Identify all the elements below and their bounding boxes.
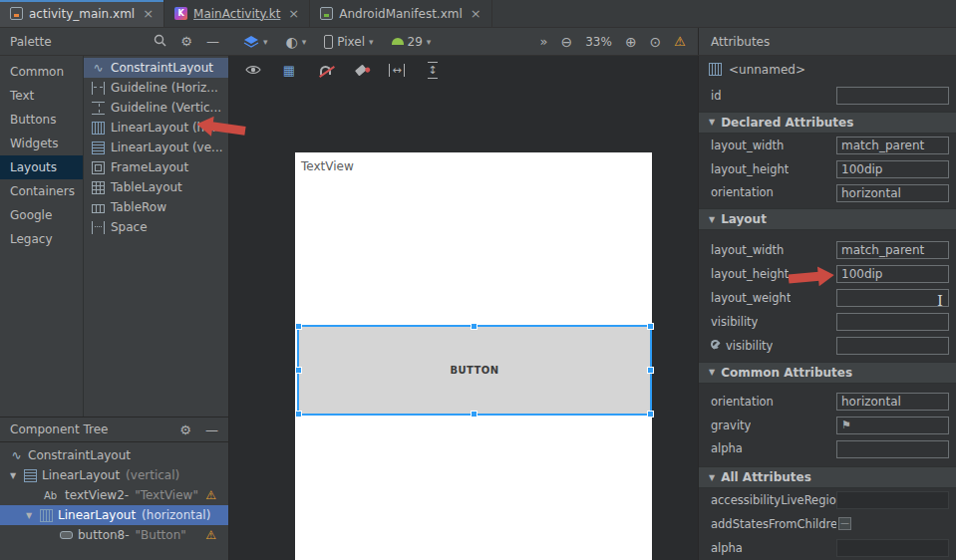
selected-linearlayout[interactable]: BUTTON	[297, 325, 652, 416]
resize-handle[interactable]	[471, 323, 478, 330]
attr-value-field[interactable]: match_parent	[836, 137, 949, 154]
collapse-triangle-icon: ▼	[709, 118, 715, 127]
tab-main-activity-kt[interactable]: K MainActivity.kt ×	[164, 0, 310, 27]
attr-value-field[interactable]: match_parent	[836, 241, 949, 259]
close-icon[interactable]: ×	[143, 6, 154, 21]
tree-item-constraintlayout[interactable]: ∿ ConstraintLayout	[0, 445, 228, 465]
canvas-textview[interactable]: TextView	[301, 159, 354, 173]
warning-icon[interactable]: ⚠	[205, 528, 216, 542]
palette-item-linearlayout-vertical[interactable]: LinearLayout (ve...	[84, 138, 228, 157]
chevron-down-icon: ▾	[302, 37, 307, 47]
resize-handle[interactable]	[295, 367, 302, 374]
palette-component-list: ∿ ConstraintLayout Guideline (Horiz... G…	[84, 56, 228, 417]
zoom-out-icon[interactable]: ⊖	[560, 34, 572, 50]
expand-vertical-icon[interactable]: ↕	[424, 61, 442, 79]
resize-handle[interactable]	[295, 323, 302, 330]
toolbar-overflow-chevrons[interactable]: »	[540, 34, 548, 49]
gear-icon[interactable]: ⚙	[179, 422, 191, 437]
framelayout-icon	[92, 161, 105, 174]
zoom-controls: » ⊖ 33% ⊕ ⊙ ⚠	[540, 34, 687, 50]
header-row: Palette ⚙ — ▾ ◐ ▾ Pixel ▾ 29	[0, 28, 956, 56]
minimize-icon[interactable]: —	[206, 34, 219, 49]
attr-value-field[interactable]	[836, 491, 949, 509]
id-input[interactable]	[836, 87, 949, 105]
attr-value-field[interactable]	[836, 337, 949, 355]
device-selector[interactable]: Pixel ▾	[324, 35, 373, 49]
tab-android-manifest-xml[interactable]: AndroidManifest.xml ×	[310, 0, 491, 27]
close-icon[interactable]: ×	[288, 6, 299, 21]
space-icon	[92, 221, 105, 234]
attr-value-field[interactable]	[836, 313, 949, 331]
blueprint-grid-icon[interactable]: ▦	[280, 61, 298, 79]
minimize-icon[interactable]: —	[205, 422, 218, 437]
search-icon[interactable]	[154, 34, 166, 50]
attr-value-field[interactable]	[836, 440, 949, 458]
tree-item-suffix: (vertical)	[126, 468, 179, 482]
attr-value-field[interactable]: horizontal	[836, 393, 949, 411]
layout-height-field[interactable]: 100dip	[836, 265, 949, 283]
warning-icon[interactable]: ⚠	[205, 488, 216, 502]
collapse-arrow-icon[interactable]: ▼	[26, 511, 35, 520]
attr-value-field[interactable]: horizontal	[836, 184, 949, 202]
zoom-to-fit-icon[interactable]: ⊙	[650, 34, 662, 50]
tree-item-textview2[interactable]: Ab textView2-"TextView" ⚠	[0, 485, 228, 505]
section-declared-attributes[interactable]: ▼ Declared Attributes	[699, 112, 956, 134]
resize-handle[interactable]	[295, 411, 302, 418]
text-cursor: I	[937, 292, 943, 310]
gear-icon[interactable]: ⚙	[180, 34, 192, 49]
view-options-icon[interactable]	[244, 61, 262, 79]
guideline-horizontal-icon	[92, 82, 105, 95]
tab-activity-main-xml[interactable]: activity_main.xml ×	[0, 0, 164, 27]
checkbox-indeterminate[interactable]: —	[838, 517, 851, 530]
layout-weight-field[interactable]	[836, 289, 949, 307]
resize-handle[interactable]	[647, 323, 654, 330]
palette-category-legacy[interactable]: Legacy	[0, 227, 83, 251]
palette-category-common[interactable]: Common	[0, 60, 83, 84]
palette-category-containers[interactable]: Containers	[0, 179, 83, 203]
design-toolbar: ▾ ◐ ▾ Pixel ▾ 29 ▾ » ⊖ 33% ⊕ ⊙	[229, 28, 698, 55]
collapse-arrow-icon[interactable]: ▼	[10, 471, 19, 480]
canvas-button[interactable]: BUTTON	[451, 365, 499, 376]
autoconnect-off-magnet-icon[interactable]	[316, 61, 334, 79]
palette-item-guideline-horizontal[interactable]: Guideline (Horiz...	[84, 78, 228, 98]
tree-item-button8[interactable]: button8-"Button" ⚠	[0, 525, 228, 545]
clear-constraints-icon[interactable]	[352, 61, 370, 79]
close-icon[interactable]: ×	[471, 6, 481, 21]
resize-handle[interactable]	[647, 411, 654, 418]
palette-header: Palette ⚙ —	[0, 28, 229, 55]
section-all-attributes[interactable]: ▼ All Attributes	[699, 466, 956, 488]
api-level-selector[interactable]: 29 ▾	[392, 35, 432, 49]
palette-item-constraintlayout[interactable]: ∿ ConstraintLayout	[84, 58, 228, 78]
section-layout[interactable]: ▼ Layout	[699, 208, 956, 230]
resize-handle[interactable]	[471, 411, 478, 418]
palette-category-text[interactable]: Text	[0, 84, 83, 108]
palette-category-google[interactable]: Google	[0, 203, 83, 227]
design-surface-selector[interactable]: ▾	[243, 35, 268, 49]
section-common-attributes[interactable]: ▼ Common Attributes	[699, 362, 956, 384]
design-canvas[interactable]: TextView BUTTON	[229, 84, 698, 560]
gravity-field[interactable]: ⚑	[836, 417, 949, 434]
palette-item-space[interactable]: Space	[84, 217, 228, 237]
tree-item-linearlayout-horizontal[interactable]: ▼ LinearLayout(horizontal)	[0, 505, 228, 525]
palette-item-tablerow[interactable]: TableRow	[84, 197, 228, 217]
tab-label: MainActivity.kt	[193, 7, 280, 21]
layers-icon	[243, 35, 259, 49]
zoom-in-icon[interactable]: ⊕	[625, 34, 637, 50]
palette-item-tablelayout[interactable]: TableLayout	[84, 177, 228, 197]
attr-value-field[interactable]	[836, 539, 949, 557]
palette-category-list: Common Text Buttons Widgets Layouts Cont…	[0, 56, 84, 417]
orientation-theme-button[interactable]: ◐ ▾	[286, 34, 307, 50]
palette-category-layouts[interactable]: Layouts	[0, 155, 83, 179]
device-screen[interactable]: TextView BUTTON	[295, 152, 652, 560]
palette-item-framelayout[interactable]: FrameLayout	[84, 157, 228, 177]
attr-row-add-states-from-children: addStatesFromChildren —	[699, 512, 956, 536]
pack-horizontal-icon[interactable]: ↔	[388, 61, 406, 79]
resize-handle[interactable]	[647, 367, 654, 374]
tree-item-linearlayout-vertical[interactable]: ▼ LinearLayout(vertical)	[0, 465, 228, 485]
attr-value-field[interactable]: 100dip	[836, 160, 949, 178]
flag-icon[interactable]: ⚑	[841, 418, 851, 433]
palette-category-widgets[interactable]: Widgets	[0, 132, 83, 155]
android-icon	[392, 38, 404, 45]
palette-category-buttons[interactable]: Buttons	[0, 108, 83, 132]
warnings-icon[interactable]: ⚠	[674, 34, 686, 49]
